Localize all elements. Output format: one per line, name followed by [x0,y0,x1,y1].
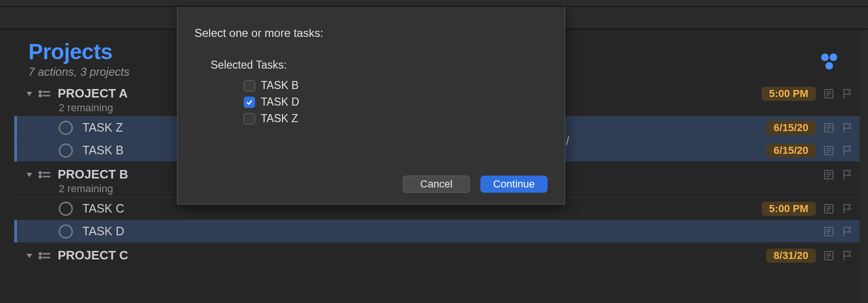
flag-icon[interactable] [841,144,854,157]
svg-rect-7 [43,95,50,96]
flag-icon[interactable] [841,225,854,238]
due-badge: 5:00 PM [762,202,816,216]
note-icon[interactable] [823,225,835,238]
note-icon[interactable] [823,169,835,181]
task-row-d[interactable]: TASK D [14,220,868,242]
dialog-checkbox-list: TASK B TASK D TASK Z [244,77,548,127]
due-badge: 8/31/20 [766,249,816,263]
svg-rect-39 [43,253,50,254]
svg-point-4 [39,90,42,93]
sequential-project-icon [38,89,51,99]
dialog-section-label: Selected Tasks: [211,59,548,71]
disclosure-triangle-icon[interactable] [25,251,34,260]
task-status-circle[interactable] [59,224,73,239]
note-icon[interactable] [823,144,835,157]
scrollbar-track[interactable] [859,29,868,303]
svg-point-21 [39,171,42,174]
checkbox-row-task-b[interactable]: TASK B [244,77,548,94]
svg-rect-22 [43,172,50,173]
checkbox-row-task-d[interactable]: TASK D [244,94,548,110]
continue-button[interactable]: Continue [480,176,548,193]
svg-point-1 [830,53,837,61]
checkbox-label: TASK D [261,96,299,108]
svg-point-40 [39,256,42,259]
checkbox-row-task-z[interactable]: TASK Z [244,110,548,127]
flag-icon[interactable] [841,122,854,134]
task-status-circle[interactable] [59,202,73,216]
note-icon[interactable] [823,122,835,134]
project-name: PROJECT A [58,86,128,101]
disclosure-triangle-icon[interactable] [25,170,34,179]
task-title: TASK D [82,224,823,238]
checkbox-icon[interactable] [244,113,255,125]
svg-marker-3 [27,92,32,96]
sequential-project-icon [38,169,51,180]
checkbox-label: TASK Z [261,112,298,125]
checkbox-icon[interactable] [244,80,255,91]
due-badge: 5:00 PM [762,87,816,101]
due-badge: 6/15/20 [766,121,816,135]
svg-point-0 [821,53,829,61]
flag-icon[interactable] [841,169,854,181]
task-status-circle[interactable] [59,121,73,135]
svg-rect-24 [43,176,50,177]
svg-marker-20 [27,173,32,177]
dialog-prompt: Select one or more tasks: [195,27,548,40]
due-badge: 6/15/20 [766,143,816,158]
flag-icon[interactable] [841,250,854,262]
flag-icon[interactable] [841,88,854,100]
checkbox-icon[interactable] [244,97,255,108]
page-title: Projects [28,39,129,64]
note-icon[interactable] [823,203,835,215]
task-selection-dialog: Select one or more tasks: Selected Tasks… [177,7,565,205]
note-icon[interactable] [823,88,835,100]
sequential-project-icon [38,250,51,261]
checkbox-label: TASK B [261,79,299,92]
svg-rect-5 [43,91,50,92]
svg-rect-41 [43,257,50,258]
partial-text-behind-dialog: / [566,135,569,148]
disclosure-triangle-icon[interactable] [25,89,34,98]
page-subtitle: 7 actions, 3 projects [28,65,129,79]
svg-point-6 [39,94,42,97]
view-options-icon[interactable] [819,51,840,74]
project-name: PROJECT B [58,167,128,182]
svg-point-23 [39,175,42,178]
svg-point-2 [825,62,833,70]
project-name: PROJECT C [58,248,128,263]
flag-icon[interactable] [841,203,854,215]
project-header-c[interactable]: PROJECT C 8/31/20 [14,245,868,264]
window-chrome-top [0,0,868,7]
svg-marker-37 [27,254,32,258]
task-status-circle[interactable] [59,143,73,158]
svg-point-38 [39,252,42,255]
note-icon[interactable] [823,250,835,262]
cancel-button[interactable]: Cancel [403,176,470,193]
